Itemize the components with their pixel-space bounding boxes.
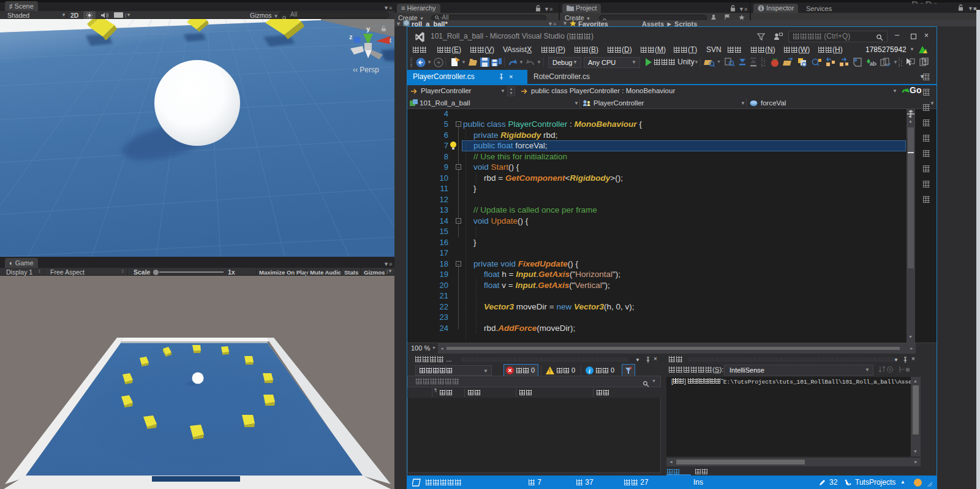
svg-text:abc: abc — [870, 61, 876, 67]
svg-text:‹‹ Persp: ‹‹ Persp — [353, 66, 379, 74]
svg-text:i: i — [589, 368, 590, 374]
svg-text:y: y — [366, 25, 371, 32]
svg-text:z: z — [349, 33, 353, 40]
svg-text:!: ! — [549, 368, 551, 374]
